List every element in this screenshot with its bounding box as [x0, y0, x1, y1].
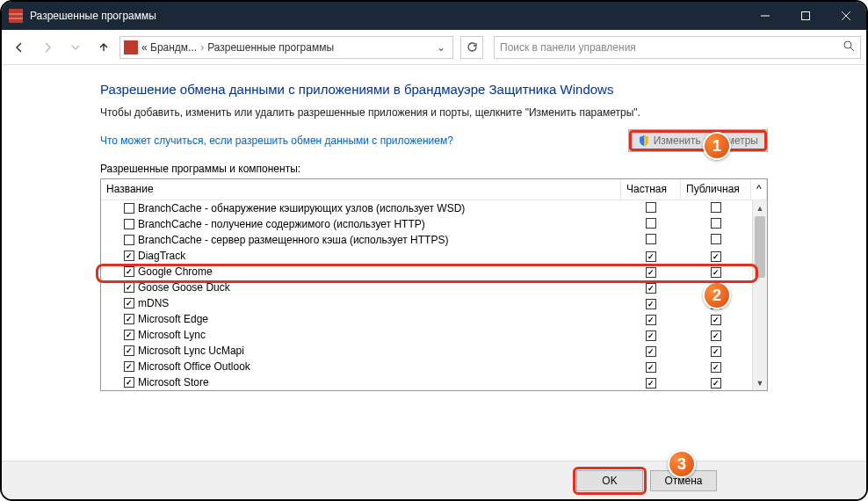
private-checkbox[interactable] — [646, 234, 656, 244]
public-checkbox[interactable] — [711, 251, 721, 262]
chevron-right-icon: › — [200, 41, 204, 54]
scroll-down-icon[interactable]: ▼ — [753, 375, 767, 390]
close-button[interactable] — [826, 2, 866, 30]
annotation-badge-1: 1 — [703, 132, 731, 160]
table-row[interactable]: Microsoft Lync — [101, 327, 767, 343]
allowed-apps-table: Название Частная Публичная ^ BranchCache… — [100, 178, 768, 391]
scrollbar[interactable]: ▲ ▼ — [752, 200, 767, 390]
minimize-button[interactable] — [745, 2, 785, 30]
private-checkbox[interactable] — [646, 218, 656, 229]
search-icon — [843, 40, 855, 54]
public-checkbox[interactable] — [711, 330, 721, 341]
enable-checkbox[interactable] — [124, 266, 134, 277]
svg-rect-0 — [9, 9, 23, 23]
private-checkbox[interactable] — [646, 330, 656, 341]
content-area: Разрешение обмена данными с приложениями… — [2, 65, 866, 499]
private-checkbox[interactable] — [646, 315, 656, 325]
ok-button[interactable]: OK — [576, 470, 643, 491]
enable-checkbox[interactable] — [124, 203, 134, 214]
table-row[interactable]: mDNS — [101, 295, 767, 311]
table-label: Разрешенные программы и компоненты: — [100, 163, 768, 175]
private-checkbox[interactable] — [646, 202, 656, 213]
page-description: Чтобы добавить, изменить или удалить раз… — [100, 105, 768, 120]
public-checkbox[interactable] — [711, 267, 721, 278]
back-button[interactable] — [7, 35, 32, 60]
private-checkbox[interactable] — [646, 346, 656, 357]
enable-checkbox[interactable] — [124, 377, 134, 388]
table-row[interactable]: BranchCache - обнаружение кэширующих узл… — [101, 200, 767, 216]
enable-checkbox[interactable] — [124, 345, 134, 356]
public-checkbox[interactable] — [711, 315, 721, 325]
private-checkbox[interactable] — [646, 362, 656, 373]
enable-checkbox[interactable] — [124, 282, 134, 293]
private-checkbox[interactable] — [646, 378, 656, 388]
enable-checkbox[interactable] — [124, 235, 134, 245]
risk-link[interactable]: Что может случиться, если разрешить обме… — [100, 134, 453, 147]
firewall-icon — [9, 9, 23, 23]
table-row[interactable]: BranchCache - сервер размещенного кэша (… — [101, 232, 767, 248]
footer: OK Отмена — [2, 461, 866, 499]
enable-checkbox[interactable] — [124, 250, 134, 261]
svg-rect-7 — [124, 40, 138, 54]
forward-button[interactable] — [35, 35, 60, 60]
public-checkbox[interactable] — [711, 218, 721, 229]
table-row[interactable]: Microsoft Lync UcMapi — [101, 343, 767, 359]
app-name: BranchCache - сервер размещенного кэша (… — [138, 234, 448, 246]
table-header: Название Частная Публичная ^ — [101, 179, 767, 200]
scroll-up-icon[interactable]: ▲ — [753, 200, 767, 215]
private-checkbox[interactable] — [646, 267, 656, 278]
enable-checkbox[interactable] — [124, 330, 134, 340]
app-name: Microsoft Store — [138, 376, 209, 388]
svg-rect-1 — [9, 13, 23, 15]
app-name: Microsoft Lync UcMapi — [138, 345, 244, 357]
chevron-down-icon[interactable]: ⌄ — [433, 41, 449, 54]
app-name: mDNS — [138, 297, 169, 309]
table-row[interactable]: DiagTrack — [101, 248, 767, 264]
app-name: Microsoft Office Outlook — [138, 360, 250, 373]
app-name: DiagTrack — [138, 250, 185, 262]
public-checkbox[interactable] — [711, 362, 721, 373]
table-row[interactable]: Microsoft Store — [101, 374, 767, 390]
column-private[interactable]: Частная — [621, 179, 681, 200]
maximize-button[interactable] — [785, 2, 826, 30]
public-checkbox[interactable] — [711, 346, 721, 357]
app-name: Microsoft Edge — [138, 313, 208, 325]
firewall-icon — [124, 40, 138, 54]
table-row[interactable]: Google Chrome — [101, 264, 767, 280]
titlebar: Разрешенные программы — [2, 2, 866, 30]
table-row[interactable]: Microsoft Office Outlook — [101, 359, 767, 374]
change-settings-button[interactable]: Изменить параметры — [628, 129, 768, 152]
enable-checkbox[interactable] — [124, 298, 134, 309]
table-row[interactable]: Microsoft Edge — [101, 311, 767, 327]
enable-checkbox[interactable] — [124, 314, 134, 324]
scroll-thumb[interactable] — [755, 216, 765, 278]
enable-checkbox[interactable] — [124, 219, 134, 229]
public-checkbox[interactable] — [711, 202, 721, 213]
enable-checkbox[interactable] — [124, 361, 134, 372]
app-name: Goose Goose Duck — [138, 281, 230, 294]
breadcrumb-item[interactable]: « Брандм... — [141, 41, 197, 54]
column-public[interactable]: Публичная — [681, 179, 751, 200]
private-checkbox[interactable] — [646, 251, 656, 262]
column-name[interactable]: Название — [101, 179, 621, 200]
table-row[interactable]: BranchCache - получение содержимого (исп… — [101, 216, 767, 232]
address-bar[interactable]: « Брандм... › Разрешенные программы ⌄ — [119, 36, 453, 59]
public-checkbox[interactable] — [711, 234, 721, 244]
column-scroll: ^ — [751, 179, 767, 200]
app-name: BranchCache - обнаружение кэширующих узл… — [138, 202, 465, 214]
search-placeholder: Поиск в панели управления — [500, 41, 636, 54]
app-name: Microsoft Lync — [138, 329, 206, 341]
breadcrumb-item[interactable]: Разрешенные программы — [207, 41, 334, 54]
shield-icon — [638, 134, 650, 147]
recent-dropdown[interactable] — [63, 35, 88, 60]
public-checkbox[interactable] — [711, 378, 721, 388]
annotation-badge-3: 3 — [668, 450, 696, 478]
search-input[interactable]: Поиск в панели управления — [494, 36, 861, 59]
private-checkbox[interactable] — [646, 283, 656, 294]
table-row[interactable]: Goose Goose Duck — [101, 280, 767, 295]
table-body: BranchCache - обнаружение кэширующих узл… — [101, 200, 767, 390]
svg-line-9 — [850, 47, 854, 51]
up-button[interactable] — [91, 35, 116, 60]
private-checkbox[interactable] — [646, 299, 656, 309]
refresh-button[interactable] — [460, 36, 483, 59]
